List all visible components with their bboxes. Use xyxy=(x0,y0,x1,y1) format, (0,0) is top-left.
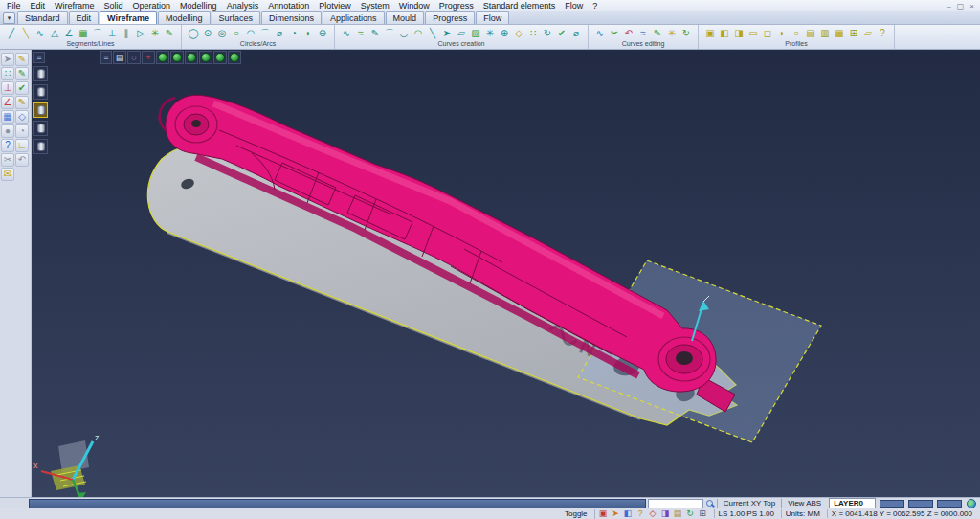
arc-3pt-icon[interactable]: ◠ xyxy=(244,27,257,40)
view-left-icon[interactable] xyxy=(185,51,198,64)
confirm-icon[interactable]: ✔ xyxy=(15,81,29,95)
menu-item-?[interactable]: ? xyxy=(588,1,602,11)
globe-icon[interactable] xyxy=(967,499,976,508)
tab-flow[interactable]: Flow xyxy=(476,11,509,24)
polyline-icon[interactable]: ∿ xyxy=(33,27,47,40)
arc-curve-icon[interactable]: ⌒ xyxy=(383,27,396,40)
view-back-icon[interactable] xyxy=(213,51,227,64)
workplane-status-icon[interactable]: ◇ xyxy=(648,509,658,519)
profile-oval-icon[interactable]: ◻ xyxy=(761,27,774,40)
close-button[interactable]: × xyxy=(969,2,974,11)
menu-item-plotview[interactable]: Plotview xyxy=(314,1,356,11)
circle-2pt-icon[interactable]: ○ xyxy=(230,27,243,40)
help-tool-icon[interactable]: ? xyxy=(1,139,14,152)
tangent-line-icon[interactable]: ⌒ xyxy=(91,27,104,40)
view-front-icon[interactable] xyxy=(170,51,184,64)
menu-item-system[interactable]: System xyxy=(356,1,394,11)
sketch-curve-icon[interactable]: ✎ xyxy=(368,27,382,40)
workplane-layer-5-button[interactable] xyxy=(33,139,48,154)
pointer-orange-icon[interactable]: ➤ xyxy=(611,509,621,519)
edit-curve-icon[interactable]: ∿ xyxy=(593,27,607,40)
wave-curve-icon[interactable]: ≈ xyxy=(354,27,368,40)
menu-item-file[interactable]: File xyxy=(2,1,26,11)
menu-item-edit[interactable]: Edit xyxy=(26,1,51,11)
maximize-button[interactable]: ▢ xyxy=(957,2,965,11)
view-right-icon[interactable] xyxy=(199,51,212,64)
draft-pencil-icon[interactable]: ✎ xyxy=(15,96,29,109)
tab-wireframe[interactable]: Wireframe xyxy=(100,11,157,24)
help-status-icon[interactable]: ? xyxy=(635,509,646,519)
profile-arc-icon[interactable]: ◗ xyxy=(775,27,789,40)
trim-curve-icon[interactable]: ✂ xyxy=(608,27,621,40)
undo-curve-icon[interactable]: ↶ xyxy=(622,27,635,40)
viewport-3d[interactable]: N xyxy=(32,50,980,497)
menu-item-progress[interactable]: Progress xyxy=(434,1,479,11)
freeform-curve-icon[interactable]: ∿ xyxy=(340,27,353,40)
rebuild-curve-icon[interactable]: ↻ xyxy=(541,27,554,40)
palette-icon[interactable]: ▦ xyxy=(1,110,14,124)
circle-center-icon[interactable]: ◯ xyxy=(187,27,200,40)
mail-icon[interactable]: ✉ xyxy=(1,168,14,181)
cube-select-icon[interactable]: ◧ xyxy=(623,509,634,519)
smooth-curve-icon[interactable]: ≈ xyxy=(636,27,650,40)
check-curve-icon[interactable]: ✔ xyxy=(555,27,568,40)
grid-window-icon[interactable]: ⊞ xyxy=(698,509,708,519)
minimize-button[interactable]: – xyxy=(947,2,950,11)
arc-center-icon[interactable]: ◔ xyxy=(287,27,301,40)
grid-lines-icon[interactable]: ▦ xyxy=(77,27,90,40)
points-curve-icon[interactable]: ∷ xyxy=(526,27,540,40)
direction-curve-icon[interactable]: ➤ xyxy=(440,27,454,40)
triad-axes-icon[interactable]: + xyxy=(142,51,155,64)
menu-item-wireframe[interactable]: Wireframe xyxy=(50,1,100,11)
explode-curve-icon[interactable]: ✳ xyxy=(665,27,679,40)
view-top-icon[interactable] xyxy=(156,51,169,64)
tab-edit[interactable]: Edit xyxy=(69,11,100,24)
tab-surfaces[interactable]: Surfaces xyxy=(212,11,261,24)
surface-curve-icon[interactable]: ▱ xyxy=(455,27,468,40)
menu-item-operation[interactable]: Operation xyxy=(128,1,176,11)
circle-concentric-icon[interactable]: ◎ xyxy=(215,27,229,40)
zoom-window-icon[interactable]: ◌ xyxy=(127,51,141,64)
display-red-icon[interactable]: ▣ xyxy=(598,509,609,519)
spline-icon[interactable]: ✳ xyxy=(148,27,162,40)
select-tool-icon[interactable]: ➤ xyxy=(1,53,14,66)
profile-corner-icon[interactable]: ◧ xyxy=(718,27,731,40)
workplane-layer-2-button[interactable] xyxy=(33,84,48,100)
intersection-curve-icon[interactable]: ⊕ xyxy=(498,27,511,40)
modify-curve-icon[interactable]: ✎ xyxy=(651,27,664,40)
axis-tool-icon[interactable]: ⊥ xyxy=(1,81,14,95)
toolbar-grip-icon[interactable]: ≡ xyxy=(100,51,112,64)
snip-icon[interactable]: ✂ xyxy=(1,153,14,167)
slot-icon[interactable]: ⊖ xyxy=(316,27,329,40)
toolbar-grip-icon[interactable]: ≡ xyxy=(33,52,45,63)
sketch-edit-icon[interactable]: ✎ xyxy=(15,53,29,66)
ucs-tool-icon[interactable]: ∠ xyxy=(1,96,14,109)
convex-curve-icon[interactable]: ◠ xyxy=(412,27,425,40)
menu-item-flow[interactable]: Flow xyxy=(560,1,588,11)
slant-curve-icon[interactable]: ╲ xyxy=(426,27,439,40)
circle-point-icon[interactable]: ⊙ xyxy=(201,27,214,40)
two-point-line-icon[interactable]: ╱ xyxy=(5,27,18,40)
perpendicular-line-icon[interactable]: ⊥ xyxy=(105,27,119,40)
profile-rect-icon[interactable]: ▭ xyxy=(746,27,760,40)
tab-progress[interactable]: Progress xyxy=(425,11,475,24)
diamond-curve-icon[interactable]: ◇ xyxy=(512,27,525,40)
tab-dimensions[interactable]: Dimensions xyxy=(261,11,322,24)
material-icon[interactable]: ◔ xyxy=(15,124,29,138)
profile-check-icon[interactable]: ▣ xyxy=(703,27,717,40)
menu-item-standard-elements[interactable]: Standard elements xyxy=(479,1,561,11)
angled-line-icon[interactable]: ∠ xyxy=(62,27,76,40)
profile-mesh-icon[interactable]: ▦ xyxy=(833,27,846,40)
search-icon[interactable] xyxy=(705,499,715,508)
menu-item-analysis[interactable]: Analysis xyxy=(222,1,264,11)
tab-applications[interactable]: Applications xyxy=(323,11,385,24)
menu-item-modelling[interactable]: Modelling xyxy=(175,1,222,11)
tab-dropdown-button[interactable]: ▾ xyxy=(3,12,15,24)
profile-sheet-icon[interactable]: ▤ xyxy=(804,27,817,40)
status-search-input[interactable] xyxy=(648,499,703,508)
hatch-curve-icon[interactable]: ▨ xyxy=(469,27,482,40)
toggle-label[interactable]: Toggle xyxy=(561,509,591,518)
menu-item-solid[interactable]: Solid xyxy=(100,1,128,11)
profile-rows-icon[interactable]: ▥ xyxy=(818,27,832,40)
workplane-layer-4-button[interactable] xyxy=(33,121,48,136)
